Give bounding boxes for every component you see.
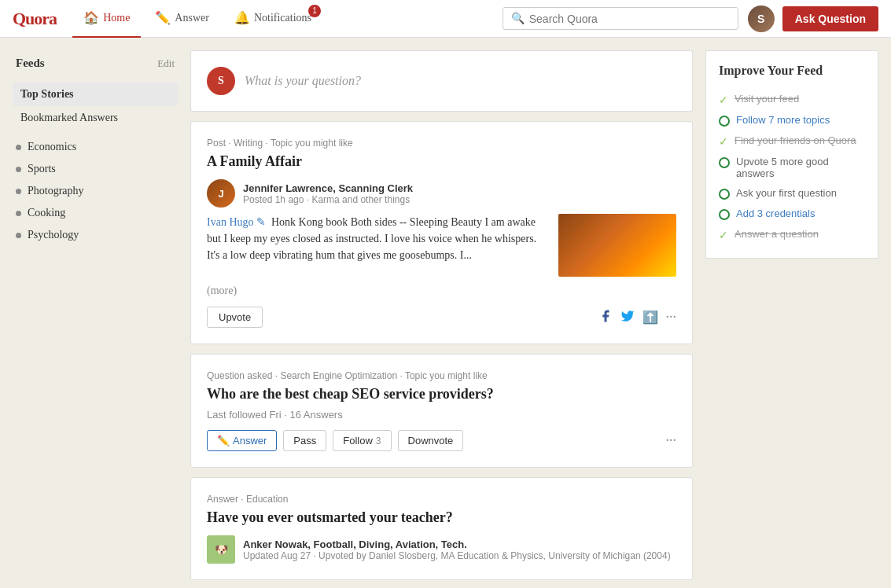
improve-item-ask: Ask your first question xyxy=(719,183,865,204)
home-icon: 🏠 xyxy=(83,10,99,25)
improve-answer-text: Answer a question xyxy=(735,228,819,240)
question-actions: ✏️ Answer Pass Follow 3 Downvote ··· xyxy=(207,430,676,451)
share-icons: ⬆️ ··· xyxy=(598,309,677,326)
follow-button[interactable]: Follow 3 xyxy=(333,430,391,451)
sidebar-header: Feeds Edit xyxy=(13,50,178,76)
notification-badge: 1 xyxy=(308,5,321,17)
improve-item-credentials: Add 3 credentials xyxy=(719,204,865,224)
more-link[interactable]: (more) xyxy=(207,285,676,297)
sidebar: Feeds Edit Top Stories Bookmarked Answer… xyxy=(13,50,178,588)
improve-follow-text[interactable]: Follow 7 more topics xyxy=(736,114,830,126)
ask-question-button[interactable]: Ask Question xyxy=(782,6,878,31)
share-icon[interactable]: ⬆️ xyxy=(642,310,658,325)
pencil-icon: ✏️ xyxy=(217,435,230,447)
author-avatar: J xyxy=(207,179,235,208)
answer-meta: Answer · Education xyxy=(207,494,676,505)
post-text: Ivan Hugo ✎ Honk Kong book Both sides --… xyxy=(207,214,549,277)
search-input[interactable] xyxy=(529,13,730,25)
post-author: J Jennifer Lawrence, Scanning Clerk Post… xyxy=(207,179,676,208)
answer-author-info: Anker Nowak, Football, Diving, Aviation,… xyxy=(243,538,671,561)
sidebar-title: Feeds xyxy=(16,57,45,70)
circle-icon xyxy=(719,209,730,220)
author-meta: Posted 1h ago · Karma and other things xyxy=(243,194,413,205)
topic-dot-icon xyxy=(16,167,21,172)
seo-stats: Last followed Fri · 16 Answers xyxy=(207,409,676,421)
answer-title[interactable]: Have you ever outsmarted your teacher? xyxy=(207,509,676,526)
ask-question-card: S What is your question? xyxy=(190,50,693,112)
nav-home[interactable]: 🏠 Home xyxy=(72,0,141,38)
sidebar-edit[interactable]: Edit xyxy=(157,57,175,70)
check-icon: ✓ xyxy=(719,229,728,241)
facebook-icon[interactable] xyxy=(598,309,613,326)
sidebar-topic-economics[interactable]: Economics xyxy=(13,136,178,158)
sidebar-topic-photography[interactable]: Photography xyxy=(13,180,178,202)
improve-upvote-text: Upvote 5 more good answers xyxy=(736,156,865,179)
improve-credentials-text[interactable]: Add 3 credentials xyxy=(736,208,815,219)
seo-meta: Question asked · Search Engine Optimizat… xyxy=(207,370,676,381)
improve-item-visit: ✓ Visit your feed xyxy=(719,89,865,110)
improve-ask-text: Ask your first question xyxy=(736,187,837,199)
main-feed: S What is your question? Post · Writing … xyxy=(190,50,693,588)
author-link[interactable]: Ivan Hugo ✎ xyxy=(207,216,266,228)
downvote-button[interactable]: Downvote xyxy=(398,430,464,451)
topic-dot-icon xyxy=(16,233,21,238)
sidebar-topics: Economics Sports Photography Cooking Psy… xyxy=(13,136,178,246)
ask-avatar: S xyxy=(207,67,235,95)
circle-icon xyxy=(719,189,730,200)
improve-feed-card: Improve Your Feed ✓ Visit your feed Foll… xyxy=(705,50,878,259)
post-meta: Post · Writing · Topic you might like xyxy=(207,138,676,149)
check-icon: ✓ xyxy=(719,135,728,148)
answer-author: 🐶 Anker Nowak, Football, Diving, Aviatio… xyxy=(207,535,676,564)
pencil-icon: ✏️ xyxy=(155,10,171,25)
check-icon: ✓ xyxy=(719,94,728,106)
search-bar: 🔍 xyxy=(503,7,738,30)
logo[interactable]: Quora xyxy=(13,9,57,29)
topic-dot-icon xyxy=(16,189,21,194)
answer-card: Answer · Education Have you ever outsmar… xyxy=(190,477,693,580)
pass-button[interactable]: Pass xyxy=(283,430,326,451)
answer-button[interactable]: ✏️ Answer xyxy=(207,430,277,451)
more-options-icon[interactable]: ··· xyxy=(666,309,677,325)
improve-item-upvote: Upvote 5 more good answers xyxy=(719,152,865,183)
twitter-icon[interactable] xyxy=(620,309,635,326)
answer-author-detail: Updated Aug 27 · Upvoted by Daniel Slosb… xyxy=(243,550,671,561)
sidebar-topic-sports[interactable]: Sports xyxy=(13,158,178,180)
nav-notifications[interactable]: 🔔 Notifications 1 xyxy=(223,0,322,38)
improve-item-answer: ✓ Answer a question xyxy=(719,224,865,245)
post-actions: Upvote ⬆️ ··· xyxy=(207,307,676,328)
ask-prompt[interactable]: What is your question? xyxy=(245,74,361,88)
avatar[interactable]: S xyxy=(748,6,775,32)
circle-icon xyxy=(719,116,730,127)
answer-author-name: Anker Nowak, Football, Diving, Aviation,… xyxy=(243,538,671,550)
topic-dot-icon xyxy=(16,211,21,216)
author-info: Jennifer Lawrence, Scanning Clerk Posted… xyxy=(243,182,413,205)
sidebar-topic-psychology[interactable]: Psychology xyxy=(13,224,178,246)
improve-item-friends: ✓ Find your friends on Quora xyxy=(719,130,865,152)
right-panel: Improve Your Feed ✓ Visit your feed Foll… xyxy=(705,50,878,588)
topic-dot-icon xyxy=(16,145,21,150)
main-layout: Feeds Edit Top Stories Bookmarked Answer… xyxy=(0,38,891,588)
ask-card-inner: S What is your question? xyxy=(207,67,676,95)
search-icon: 🔍 xyxy=(511,12,525,25)
main-nav: 🏠 Home ✏️ Answer 🔔 Notifications 1 xyxy=(72,0,493,38)
sidebar-topic-cooking[interactable]: Cooking xyxy=(13,202,178,224)
post-thumbnail xyxy=(558,214,676,277)
more-options-icon[interactable]: ··· xyxy=(666,432,677,449)
seo-title[interactable]: Who are the best cheap SEO service provi… xyxy=(207,386,676,402)
sidebar-nav-list: Top Stories Bookmarked Answers xyxy=(13,83,178,130)
sidebar-item-bookmarked-answers[interactable]: Bookmarked Answers xyxy=(13,106,178,130)
app-header: Quora 🏠 Home ✏️ Answer 🔔 Notifications 1… xyxy=(0,0,891,38)
post-content-wrap: Ivan Hugo ✎ Honk Kong book Both sides --… xyxy=(207,214,676,277)
author-name: Jennifer Lawrence, Scanning Clerk xyxy=(243,182,413,194)
circle-icon xyxy=(719,157,730,168)
sidebar-item-top-stories[interactable]: Top Stories xyxy=(13,83,178,106)
seo-card: Question asked · Search Engine Optimizat… xyxy=(190,354,693,468)
nav-answer[interactable]: ✏️ Answer xyxy=(144,0,220,38)
answer-author-avatar: 🐶 xyxy=(207,535,235,564)
improve-feed-title: Improve Your Feed xyxy=(719,64,865,78)
header-right: S Ask Question xyxy=(748,6,878,32)
upvote-button[interactable]: Upvote xyxy=(207,307,263,328)
post-title[interactable]: A Family Affair xyxy=(207,153,676,170)
improve-item-follow-topics: Follow 7 more topics xyxy=(719,110,865,130)
improve-visit-text: Visit your feed xyxy=(735,93,799,105)
